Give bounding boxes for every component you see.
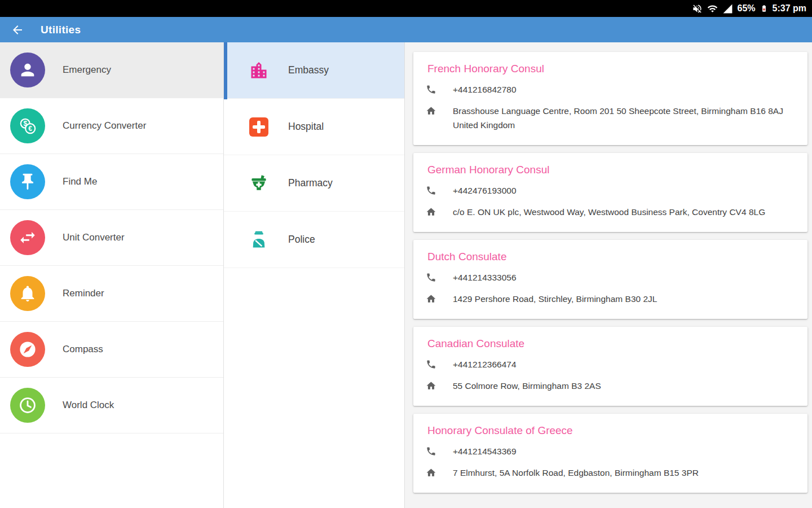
content: Emergency $€ Currency Converter Find Me … [0,42,812,508]
phone-icon [426,84,436,95]
home-icon [426,294,436,304]
volume-muted-icon [692,3,703,14]
address-text: 55 Colmore Row, Birmingham B3 2AS [453,379,601,393]
phone-row[interactable]: +441214543369 [426,444,795,458]
consulate-card-greece[interactable]: Honorary Consulate of Greece +4412145433… [413,414,807,493]
home-icon [426,207,436,217]
signal-icon [722,3,733,14]
sidebar-item-emergency[interactable]: Emergency [0,42,223,98]
sidebar-item-label: Compass [63,344,103,355]
sidebar-item-find-me[interactable]: Find Me [0,154,223,210]
address-row[interactable]: 7 Elmhurst, 5A Norfolk Road, Edgbaston, … [426,466,795,480]
sidebar-item-label: Reminder [63,288,104,299]
swap-arrows-icon [10,220,45,255]
mortar-icon [249,173,269,194]
pushpin-icon [10,164,45,199]
consulate-card-canadian[interactable]: Canadian Consulate +441212366474 55 Colm… [413,327,807,406]
address-row[interactable]: c/o E. ON UK plc, Westwood Way, Westwood… [426,205,795,219]
medical-cross-icon [249,117,269,137]
consulate-card-german[interactable]: German Honorary Consul +442476193000 c/o… [413,153,807,232]
home-icon [426,380,436,391]
home-icon [426,106,436,116]
phone-icon [426,272,436,283]
category-label: Hospital [288,121,324,133]
address-row[interactable]: Brasshouse Language Centre, Room 201 50 … [426,104,795,132]
phone-row[interactable]: +441216842780 [426,82,795,97]
sidebar-item-unit-converter[interactable]: Unit Converter [0,210,223,266]
police-officer-icon [249,230,269,250]
building-icon [249,60,269,81]
card-title: German Honorary Consul [426,164,795,176]
address-row[interactable]: 1429 Pershore Road, Stirchley, Birmingha… [426,292,795,306]
address-text: 1429 Pershore Road, Stirchley, Birmingha… [453,292,657,306]
status-bar: 65% 5:37 pm [0,0,812,17]
phone-number: +441212366474 [453,357,517,371]
selected-row-indicator [224,42,227,99]
phone-number: +441214543369 [453,444,517,458]
emergency-categories: Embassy Hospital Pharmacy Police [224,42,405,508]
phone-number: +441216842780 [453,82,517,97]
sidebar-item-label: Emergency [63,64,111,76]
sidebar-item-label: World Clock [63,400,114,411]
address-text: c/o E. ON UK plc, Westwood Way, Westwood… [453,205,765,219]
sidebar-item-currency-converter[interactable]: $€ Currency Converter [0,98,223,154]
category-pharmacy[interactable]: Pharmacy [224,155,404,212]
bell-icon [10,276,45,311]
phone-row[interactable]: +442476193000 [426,183,795,198]
phone-icon [426,359,436,370]
phone-number: +442476193000 [453,183,517,198]
address-text: Brasshouse Language Centre, Room 201 50 … [453,104,785,132]
sidebar-item-compass[interactable]: Compass [0,322,223,378]
sidebar-item-label: Find Me [63,176,97,187]
card-title: French Honorary Consul [426,63,795,75]
embassy-results-list: French Honorary Consul +441216842780 Bra… [405,42,812,508]
consulate-card-dutch[interactable]: Dutch Consulate +441214333056 1429 Persh… [413,240,807,319]
category-hospital[interactable]: Hospital [224,99,404,155]
sidebar-item-reminder[interactable]: Reminder [0,266,223,322]
phone-icon [426,446,436,457]
person-icon [10,52,45,87]
category-embassy[interactable]: Embassy [224,42,404,99]
page-title: Utilities [41,24,81,36]
address-text: 7 Elmhurst, 5A Norfolk Road, Edgbaston, … [453,466,699,480]
wifi-icon [707,3,718,14]
phone-row[interactable]: +441212366474 [426,357,795,371]
home-icon [426,467,436,478]
category-label: Pharmacy [288,177,333,189]
phone-row[interactable]: +441214333056 [426,270,795,284]
card-title: Honorary Consulate of Greece [426,424,795,437]
consulate-card-french[interactable]: French Honorary Consul +441216842780 Bra… [413,52,807,145]
phone-icon [426,185,436,196]
sidebar-item-label: Unit Converter [63,232,125,243]
card-title: Dutch Consulate [426,251,795,263]
sidebar-item-label: Currency Converter [63,120,146,132]
clock-icon [10,388,45,423]
battery-percent: 65% [738,3,756,14]
utilities-sidebar: Emergency $€ Currency Converter Find Me … [0,42,224,508]
address-row[interactable]: 55 Colmore Row, Birmingham B3 2AS [426,379,795,393]
phone-number: +441214333056 [453,270,517,284]
clock-time: 5:37 pm [773,3,806,14]
category-police[interactable]: Police [224,212,404,268]
back-button[interactable] [9,21,26,38]
category-label: Embassy [288,64,329,76]
svg-text:€: € [28,125,32,133]
sidebar-item-world-clock[interactable]: World Clock [0,378,223,433]
category-label: Police [288,234,315,246]
app-bar: Utilities [0,17,812,42]
compass-icon [10,332,45,367]
coins-icon: $€ [10,108,45,143]
card-title: Canadian Consulate [426,338,795,350]
battery-icon [760,3,768,14]
arrow-left-icon [11,23,24,37]
